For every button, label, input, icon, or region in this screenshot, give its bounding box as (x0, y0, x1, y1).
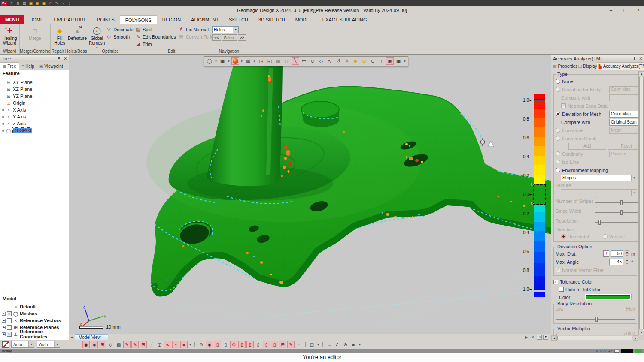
circle-select-icon[interactable]: ⊙ (309, 57, 316, 65)
zoom-out-select-icon[interactable]: ⊖ (369, 57, 377, 65)
import-scan-icon[interactable]: ▣ (35, 1, 39, 6)
model-view-tab[interactable]: Model View (75, 334, 108, 340)
colorbar-tolerance-band[interactable] (533, 184, 546, 205)
wireframe-view-icon[interactable]: ▦ (244, 57, 252, 65)
smooth-button[interactable]: Smooth (105, 33, 134, 40)
dropdown-caret-icon[interactable] (54, 341, 60, 347)
max-angle-input[interactable]: 45 (609, 259, 623, 265)
tab-menu[interactable]: MENU (0, 15, 24, 24)
tab-close-icon[interactable]: ✕ (530, 335, 535, 339)
flood-select-icon[interactable]: ◆ (352, 57, 359, 65)
pin-icon[interactable] (633, 57, 636, 60)
model-item-meshes[interactable]: ◯ Meshes (2, 310, 69, 317)
tripod-icon[interactable]: ⌖ (295, 341, 303, 348)
panel-vertical-scrollbar[interactable]: ▲ ▼ (638, 71, 644, 335)
expand-icon[interactable] (2, 312, 6, 316)
max-dist-spinner[interactable]: ▲▼ (625, 250, 629, 257)
environment-mapping-option[interactable]: Environment Mapping (556, 166, 644, 174)
undo-icon[interactable]: ↶ (48, 1, 52, 6)
divider[interactable] (322, 342, 323, 347)
close-button[interactable]: × (635, 7, 642, 13)
tick-marker-icon[interactable] (529, 193, 532, 196)
hidden-line-mode-icon[interactable]: ▯ (222, 341, 229, 348)
silhouette-visibility-icon[interactable]: ╱ (148, 341, 155, 348)
close-panel-icon[interactable]: ✕ (639, 57, 642, 61)
model-item-default[interactable]: ■ Default (2, 303, 69, 310)
spline-visibility-icon[interactable]: ∿ (164, 341, 171, 348)
tolerance-color-checkbox[interactable] (553, 280, 558, 284)
view-options-caret[interactable]: ▾ (403, 57, 407, 65)
zoom-in-select-icon[interactable]: ⊕ (360, 57, 368, 65)
global-remesh-button[interactable]: Global Remesh ▾ (89, 25, 105, 50)
tab-properties[interactable]: ▤ Properties (551, 62, 577, 70)
tab-sketch[interactable]: SKETCH (224, 15, 253, 24)
trim-button[interactable]: Trim (134, 40, 177, 48)
surface-body-visibility-icon[interactable]: ◇ (107, 341, 114, 348)
section-view-icon[interactable]: ◳ (257, 57, 265, 65)
tab-polygons[interactable]: POLYGONS (120, 15, 157, 24)
redo-icon[interactable]: ↷ (54, 1, 59, 6)
none-option[interactable]: None (556, 77, 644, 85)
max-dist-warning-button[interactable]: ! (603, 250, 609, 257)
view-shape-icon[interactable]: ◯ (206, 57, 213, 65)
doc-view-2-icon[interactable]: ▯ (246, 341, 254, 348)
visibility-more-caret[interactable]: ▾ (188, 341, 192, 348)
line-select-icon[interactable]: ╲ (292, 57, 299, 65)
scroll-left-icon[interactable]: ◀ (551, 335, 557, 341)
pin-icon[interactable] (58, 57, 61, 60)
view-shape-caret[interactable]: ▾ (214, 57, 218, 65)
split-button[interactable]: Split (134, 26, 177, 33)
stripes-dropdown[interactable]: Stripes (561, 175, 637, 181)
divider[interactable] (194, 342, 195, 347)
expand-icon[interactable] (2, 326, 6, 329)
deviation-for-mesh-option[interactable]: Deviation for Mesh Color Map (556, 110, 644, 118)
panel-horizontal-scrollbar[interactable]: ◀ ▶ (551, 335, 644, 340)
holes-dropdown-caret[interactable] (233, 27, 238, 33)
grid-view-icon[interactable]: ⊞ (279, 341, 286, 348)
tab-viewpoint[interactable]: ▣ Viewpoint (37, 62, 66, 70)
sketch-visibility-icon[interactable]: ✎ (131, 341, 139, 348)
restore-button[interactable]: ◻ (621, 7, 629, 13)
tab-region[interactable]: REGION (157, 15, 186, 24)
model-item-reference-vectors[interactable]: × Reference Vectors (2, 317, 69, 324)
deviation-for-mesh-radio[interactable] (556, 112, 560, 116)
mesh-visibility-icon[interactable]: ◈ (91, 341, 98, 348)
tab-accuracy-analyzer[interactable]: ▙ Accuracy Analyzer(TM) (597, 62, 644, 70)
previous-button[interactable]: << (212, 34, 221, 41)
boundary-visibility-icon[interactable]: ⊞ (140, 341, 147, 348)
curve-visibility-icon[interactable]: ✎ (123, 341, 131, 348)
tree-item-y-axis[interactable]: × Y Axis (2, 113, 69, 120)
section-plane-icon[interactable]: ◱ (266, 57, 273, 65)
wire-mode-icon[interactable]: ▯ (214, 341, 221, 348)
measure-distance-icon[interactable]: ↔ (325, 341, 333, 348)
point-visibility-icon[interactable]: ◉ (82, 341, 90, 348)
visibility-checkbox[interactable] (7, 325, 12, 330)
next-button[interactable]: >> (238, 34, 247, 41)
measure-angle-icon[interactable]: ∠ (334, 341, 341, 348)
tick-marker-icon[interactable] (529, 287, 532, 291)
lasso-select-icon[interactable]: ↺ (334, 57, 342, 65)
close-panel-icon[interactable]: ✕ (64, 57, 67, 61)
expand-icon[interactable] (2, 319, 6, 323)
solid-body-visibility-icon[interactable]: ▤ (115, 341, 122, 348)
hide-in-tol-row[interactable]: Hide In-Tol.Color (553, 286, 637, 293)
save-icon[interactable]: ▤ (22, 1, 27, 6)
measure-radius-icon[interactable]: ⊙ (342, 341, 349, 348)
edit-boundaries-button[interactable]: Edit Boundaries (134, 33, 177, 40)
region-group-visibility-icon[interactable]: ⊞ (99, 341, 106, 348)
new-file-icon[interactable]: ▯ (9, 1, 14, 6)
tree-item-x-axis[interactable]: × X Axis (2, 106, 69, 113)
snap-mode-dropdown[interactable]: Auto (37, 341, 60, 348)
healing-wizard-button[interactable]: Healing Wizard (1, 25, 18, 45)
expand-icon[interactable] (2, 332, 6, 336)
view-cube-caret[interactable]: ▾ (227, 57, 231, 65)
visibility-checkbox[interactable] (7, 332, 12, 337)
fill-holes-button[interactable]: Fill Holes (52, 25, 68, 45)
max-angle-spinner[interactable]: ▲▼ (625, 259, 629, 265)
qa-caret-icon[interactable]: ▾ (61, 1, 65, 6)
shaded-view-caret[interactable]: ▾ (240, 57, 243, 65)
doc-view-5-icon[interactable]: ▯ (271, 341, 278, 348)
status-checkbox[interactable] (614, 350, 619, 353)
open-file-icon[interactable]: ▯ (15, 1, 20, 6)
scrollbar-thumb[interactable] (557, 336, 632, 340)
